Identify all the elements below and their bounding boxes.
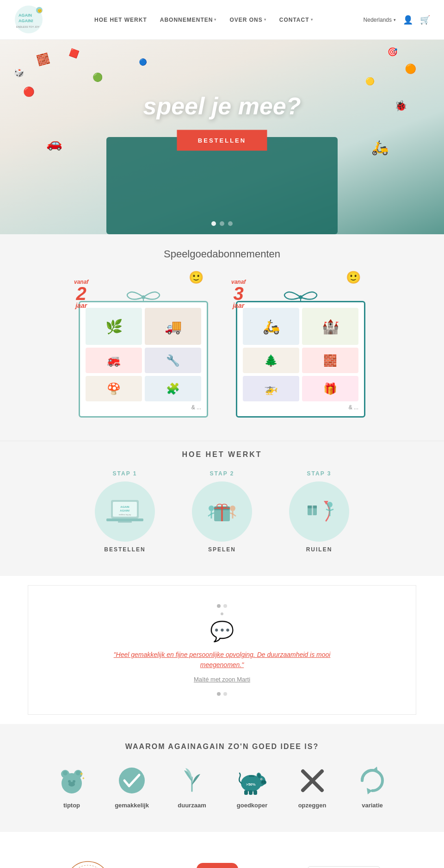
svg-marker-67 bbox=[367, 788, 372, 794]
why-item-duurzaam: duurzaam bbox=[171, 765, 213, 809]
gift-box-2: 🛵 🏰 🌲 🧱 🚁 🎁 & ... bbox=[236, 301, 365, 418]
why-icon-duurzaam bbox=[176, 765, 208, 797]
refresh-icon bbox=[358, 766, 388, 796]
svg-rect-61 bbox=[249, 790, 253, 795]
plant-icon bbox=[177, 766, 207, 796]
svg-text:✦: ✦ bbox=[82, 776, 85, 781]
svg-point-55 bbox=[264, 781, 265, 782]
toy-scatter-7: 🟡 bbox=[365, 77, 375, 86]
hero-cta-button[interactable]: BESTELLEN bbox=[177, 130, 267, 151]
testimonial-quote: "Heel gemakkelijk en fijne persoonlijke … bbox=[102, 649, 342, 670]
hero-rug bbox=[106, 137, 338, 234]
toy-img-2f: 🎁 bbox=[302, 376, 358, 401]
site-header: AGAIN AGAIN! ENDLESS TOY JOY 🙂 HOE HET W… bbox=[0, 0, 444, 40]
svg-rect-15 bbox=[106, 518, 143, 521]
header-right: Nederlands ▾ 👤 🛒 bbox=[364, 15, 430, 25]
step-2-circle bbox=[192, 481, 252, 542]
hero-section: 🧱 🎲 🟥 🔴 🎯 🟠 🟡 🐞 🚗 🛵 🔵 🟢 speel je mee? BE… bbox=[0, 40, 444, 234]
sub-more-1: & ... bbox=[86, 404, 201, 411]
why-icon-opzeggen bbox=[296, 765, 328, 797]
testimonial-dot-bottom-1[interactable] bbox=[217, 692, 221, 696]
subscriptions-title: Speelgoedabonnementen bbox=[18, 248, 426, 260]
toy-scatter-10: 🛵 bbox=[371, 139, 388, 156]
why-label-duurzaam: duurzaam bbox=[178, 802, 206, 809]
toy-scatter-3: 🟥 bbox=[68, 48, 80, 59]
toy-img-1c: 🚒 bbox=[86, 348, 142, 373]
toy-img-2a: 🛵 bbox=[243, 308, 299, 345]
testimonial-dot-bottom-2[interactable] bbox=[223, 692, 227, 696]
step-2-label: STAP 2 bbox=[210, 470, 234, 477]
svg-point-57 bbox=[261, 779, 262, 780]
toy-img-1e: 🍄 bbox=[86, 376, 142, 401]
toy-scatter-4: 🔴 bbox=[23, 86, 35, 97]
why-section: WAAROM AGAINAGAIN ZO'N GOED IDEE IS? ✦ ✦ bbox=[0, 724, 444, 832]
svg-point-49 bbox=[119, 768, 145, 793]
brand-janod[interactable]: 🐰 Janod bbox=[197, 863, 238, 868]
hero-dots bbox=[211, 221, 233, 226]
nav-contact[interactable]: CONTACT ▾ bbox=[279, 17, 313, 23]
testimonial-author: Maïté met zoon Marti bbox=[47, 676, 397, 683]
subscription-card-3jaar[interactable]: vanaf 3 jaar 🙂 🛵 🏰 🌲 bbox=[236, 288, 365, 418]
nav-abonnementen[interactable]: ABONNEMENTEN ▾ bbox=[160, 17, 217, 23]
subscription-card-2jaar[interactable]: vanaf 2 jaar 🙂 🌿 🚚 🚒 bbox=[79, 288, 208, 418]
over-ons-dropdown-arrow: ▾ bbox=[264, 18, 266, 22]
why-icon-goedkoper: >50% bbox=[236, 765, 268, 797]
brand-b-good[interactable]: RECYCLE ME B. B. SMART B. GOOD bbox=[64, 860, 112, 868]
hero-dot-2[interactable] bbox=[220, 221, 224, 226]
brand-plan-toys[interactable]: PLAN TOYS Sustainable Play bbox=[308, 866, 380, 868]
age-num-1: 2 bbox=[74, 285, 88, 302]
gift-bow-1 bbox=[79, 288, 208, 302]
language-selector[interactable]: Nederlands ▾ bbox=[364, 17, 396, 23]
why-icon-variatie bbox=[356, 765, 388, 797]
why-label-goedkoper: goedkoper bbox=[237, 802, 267, 809]
check-icon bbox=[117, 766, 147, 796]
step-1-name: BESTELLEN bbox=[104, 546, 145, 553]
toy-scatter-9: 🚗 bbox=[46, 136, 62, 151]
toy-scatter-11: 🔵 bbox=[138, 58, 147, 66]
why-icon-gemakkelijk bbox=[116, 765, 148, 797]
testimonial-card: 💬 "Heel gemakkelijk en fijne persoonlijk… bbox=[28, 585, 416, 715]
hero-dot-3[interactable] bbox=[228, 221, 233, 226]
subscription-cards: vanaf 2 jaar 🙂 🌿 🚚 🚒 bbox=[18, 274, 426, 418]
svg-point-69 bbox=[66, 862, 110, 868]
language-dropdown-arrow: ▾ bbox=[394, 18, 396, 22]
why-items: ✦ ✦ tiptop gemakkelijk bbox=[18, 765, 426, 809]
toy-scatter-5: 🎯 bbox=[387, 46, 398, 57]
testimonial-dot-2[interactable] bbox=[223, 604, 227, 608]
subscriptions-section: Speelgoedabonnementen vanaf 2 jaar 🙂 bbox=[0, 234, 444, 441]
vanaf-badge-2: vanaf 3 jaar bbox=[231, 279, 246, 309]
step-2-name: SPELEN bbox=[208, 546, 236, 553]
svg-point-54 bbox=[262, 781, 264, 782]
svg-rect-60 bbox=[244, 790, 248, 795]
toy-scatter-12: 🟢 bbox=[92, 72, 103, 82]
svg-text:endless toy joy: endless toy joy bbox=[119, 513, 131, 516]
spacer-before-brands bbox=[0, 832, 444, 841]
abonnementen-dropdown-arrow: ▾ bbox=[214, 18, 216, 22]
user-icon[interactable]: 👤 bbox=[403, 15, 413, 25]
hero-dot-1[interactable] bbox=[211, 221, 216, 226]
why-item-gemakkelijk: gemakkelijk bbox=[111, 765, 153, 809]
gift-grid-1: 🌿 🚚 🚒 🔧 bbox=[86, 308, 201, 373]
svg-point-27 bbox=[230, 506, 235, 511]
step-1-label: STAP 1 bbox=[113, 470, 137, 477]
svg-rect-63 bbox=[249, 775, 254, 777]
exchange-icon bbox=[298, 491, 340, 532]
testimonial-separator bbox=[47, 612, 397, 615]
logo[interactable]: AGAIN AGAIN! ENDLESS TOY JOY 🙂 bbox=[14, 5, 44, 35]
testimonial-chat-icon: 💬 bbox=[47, 620, 397, 643]
brands-grid: RECYCLE ME B. B. SMART B. GOOD Lilliputi… bbox=[18, 860, 426, 868]
bow-svg-1 bbox=[125, 288, 162, 302]
playing-icon bbox=[201, 491, 243, 532]
nav-over-ons[interactable]: OVER ONS ▾ bbox=[229, 17, 266, 23]
cart-icon[interactable]: 🛒 bbox=[420, 15, 430, 25]
toy-img-1a: 🌿 bbox=[86, 308, 142, 345]
sub-more-2: & ... bbox=[243, 404, 358, 411]
testimonial-section: 💬 "Heel gemakkelijk en fijne persoonlijk… bbox=[0, 576, 444, 724]
testimonial-dot-1[interactable] bbox=[217, 604, 221, 608]
how-step-2: STAP 2 bbox=[192, 470, 252, 553]
gift-bow-2 bbox=[236, 288, 365, 302]
svg-text:>50%: >50% bbox=[246, 782, 256, 787]
how-it-works-title: HOE HET WERKT bbox=[18, 450, 426, 459]
svg-point-6 bbox=[142, 295, 145, 299]
nav-hoe-het-werkt[interactable]: HOE HET WERKT bbox=[94, 17, 147, 23]
